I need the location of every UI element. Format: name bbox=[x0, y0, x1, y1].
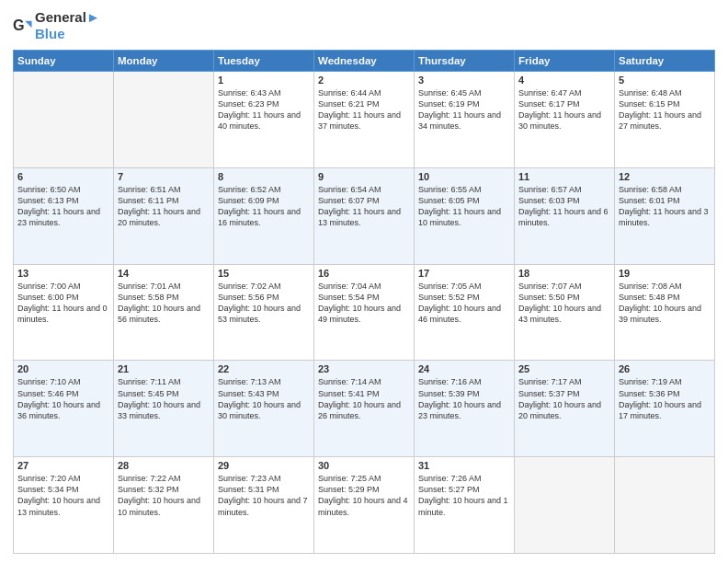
day-info: Sunrise: 7:22 AM Sunset: 5:32 PM Dayligh… bbox=[118, 473, 210, 518]
day-info: Sunrise: 7:10 AM Sunset: 5:46 PM Dayligh… bbox=[17, 376, 109, 421]
day-info: Sunrise: 6:48 AM Sunset: 6:15 PM Dayligh… bbox=[619, 87, 711, 132]
day-info: Sunrise: 7:13 AM Sunset: 5:43 PM Dayligh… bbox=[218, 376, 310, 421]
day-info: Sunrise: 7:16 AM Sunset: 5:39 PM Dayligh… bbox=[418, 376, 510, 421]
calendar-cell: 23Sunrise: 7:14 AM Sunset: 5:41 PM Dayli… bbox=[314, 361, 415, 457]
calendar-cell: 14Sunrise: 7:01 AM Sunset: 5:58 PM Dayli… bbox=[114, 264, 214, 361]
day-number: 24 bbox=[418, 363, 510, 374]
day-info: Sunrise: 6:45 AM Sunset: 6:19 PM Dayligh… bbox=[418, 87, 510, 132]
day-number: 19 bbox=[619, 268, 711, 279]
calendar-week-row: 20Sunrise: 7:10 AM Sunset: 5:46 PM Dayli… bbox=[14, 361, 715, 457]
calendar-cell: 8Sunrise: 6:52 AM Sunset: 6:09 PM Daylig… bbox=[214, 167, 314, 264]
calendar-cell: 31Sunrise: 7:26 AM Sunset: 5:27 PM Dayli… bbox=[415, 457, 515, 554]
weekday-header-thursday: Thursday bbox=[415, 51, 515, 72]
svg-marker-1 bbox=[25, 21, 31, 28]
calendar-cell: 20Sunrise: 7:10 AM Sunset: 5:46 PM Dayli… bbox=[14, 361, 114, 457]
calendar-cell: 9Sunrise: 6:54 AM Sunset: 6:07 PM Daylig… bbox=[314, 167, 415, 264]
day-number: 28 bbox=[118, 460, 210, 471]
day-number: 8 bbox=[218, 171, 310, 182]
day-info: Sunrise: 6:52 AM Sunset: 6:09 PM Dayligh… bbox=[218, 184, 310, 229]
calendar-cell: 5Sunrise: 6:48 AM Sunset: 6:15 PM Daylig… bbox=[615, 72, 715, 168]
calendar-cell: 10Sunrise: 6:55 AM Sunset: 6:05 PM Dayli… bbox=[415, 167, 515, 264]
day-number: 9 bbox=[318, 171, 410, 182]
calendar-cell: 11Sunrise: 6:57 AM Sunset: 6:03 PM Dayli… bbox=[515, 167, 615, 264]
logo-icon: G bbox=[13, 16, 33, 36]
day-number: 29 bbox=[218, 460, 310, 471]
calendar-week-row: 1Sunrise: 6:43 AM Sunset: 6:23 PM Daylig… bbox=[14, 72, 715, 168]
weekday-header-friday: Friday bbox=[515, 51, 615, 72]
day-info: Sunrise: 6:51 AM Sunset: 6:11 PM Dayligh… bbox=[118, 184, 210, 229]
calendar-cell: 6Sunrise: 6:50 AM Sunset: 6:13 PM Daylig… bbox=[14, 167, 114, 264]
calendar-week-row: 6Sunrise: 6:50 AM Sunset: 6:13 PM Daylig… bbox=[14, 167, 715, 264]
weekday-header-saturday: Saturday bbox=[615, 51, 715, 72]
day-info: Sunrise: 7:04 AM Sunset: 5:54 PM Dayligh… bbox=[318, 281, 410, 326]
day-info: Sunrise: 7:20 AM Sunset: 5:34 PM Dayligh… bbox=[17, 473, 109, 518]
weekday-header-row: SundayMondayTuesdayWednesdayThursdayFrid… bbox=[14, 51, 715, 72]
calendar-cell: 2Sunrise: 6:44 AM Sunset: 6:21 PM Daylig… bbox=[314, 72, 415, 168]
day-number: 31 bbox=[418, 460, 510, 471]
day-number: 12 bbox=[619, 171, 711, 182]
day-number: 4 bbox=[518, 75, 610, 86]
calendar-cell bbox=[114, 72, 214, 168]
day-number: 26 bbox=[619, 363, 711, 374]
page: G General► Blue SundayMondayTuesdayWedne… bbox=[0, 0, 728, 563]
day-info: Sunrise: 7:14 AM Sunset: 5:41 PM Dayligh… bbox=[318, 376, 410, 421]
day-info: Sunrise: 7:19 AM Sunset: 5:36 PM Dayligh… bbox=[619, 376, 711, 421]
calendar-cell: 3Sunrise: 6:45 AM Sunset: 6:19 PM Daylig… bbox=[415, 72, 515, 168]
day-number: 23 bbox=[318, 363, 410, 374]
calendar-cell: 28Sunrise: 7:22 AM Sunset: 5:32 PM Dayli… bbox=[114, 457, 214, 554]
day-info: Sunrise: 7:11 AM Sunset: 5:45 PM Dayligh… bbox=[118, 376, 210, 421]
calendar-cell: 13Sunrise: 7:00 AM Sunset: 6:00 PM Dayli… bbox=[14, 264, 114, 361]
calendar-cell: 12Sunrise: 6:58 AM Sunset: 6:01 PM Dayli… bbox=[615, 167, 715, 264]
calendar-cell: 15Sunrise: 7:02 AM Sunset: 5:56 PM Dayli… bbox=[214, 264, 314, 361]
day-info: Sunrise: 7:05 AM Sunset: 5:52 PM Dayligh… bbox=[418, 281, 510, 326]
day-info: Sunrise: 6:43 AM Sunset: 6:23 PM Dayligh… bbox=[218, 87, 310, 132]
day-info: Sunrise: 6:47 AM Sunset: 6:17 PM Dayligh… bbox=[518, 87, 610, 132]
day-info: Sunrise: 7:07 AM Sunset: 5:50 PM Dayligh… bbox=[518, 281, 610, 326]
day-number: 6 bbox=[17, 171, 109, 182]
calendar-cell: 17Sunrise: 7:05 AM Sunset: 5:52 PM Dayli… bbox=[415, 264, 515, 361]
calendar-cell: 19Sunrise: 7:08 AM Sunset: 5:48 PM Dayli… bbox=[615, 264, 715, 361]
day-info: Sunrise: 6:55 AM Sunset: 6:05 PM Dayligh… bbox=[418, 184, 510, 229]
calendar-cell: 30Sunrise: 7:25 AM Sunset: 5:29 PM Dayli… bbox=[314, 457, 415, 554]
day-number: 17 bbox=[418, 268, 510, 279]
day-number: 20 bbox=[17, 363, 109, 374]
day-info: Sunrise: 6:54 AM Sunset: 6:07 PM Dayligh… bbox=[318, 184, 410, 229]
calendar-cell: 18Sunrise: 7:07 AM Sunset: 5:50 PM Dayli… bbox=[515, 264, 615, 361]
day-number: 5 bbox=[619, 75, 711, 86]
calendar-week-row: 27Sunrise: 7:20 AM Sunset: 5:34 PM Dayli… bbox=[14, 457, 715, 554]
calendar-cell: 25Sunrise: 7:17 AM Sunset: 5:37 PM Dayli… bbox=[515, 361, 615, 457]
calendar-cell: 27Sunrise: 7:20 AM Sunset: 5:34 PM Dayli… bbox=[14, 457, 114, 554]
header: G General► Blue bbox=[13, 9, 715, 42]
day-number: 22 bbox=[218, 363, 310, 374]
day-number: 2 bbox=[318, 75, 410, 86]
day-number: 7 bbox=[118, 171, 210, 182]
weekday-header-tuesday: Tuesday bbox=[214, 51, 314, 72]
day-number: 14 bbox=[118, 268, 210, 279]
day-info: Sunrise: 7:01 AM Sunset: 5:58 PM Dayligh… bbox=[118, 281, 210, 326]
calendar-cell: 22Sunrise: 7:13 AM Sunset: 5:43 PM Dayli… bbox=[214, 361, 314, 457]
calendar-cell bbox=[14, 72, 114, 168]
weekday-header-monday: Monday bbox=[114, 51, 214, 72]
weekday-header-sunday: Sunday bbox=[14, 51, 114, 72]
day-number: 15 bbox=[218, 268, 310, 279]
day-info: Sunrise: 7:08 AM Sunset: 5:48 PM Dayligh… bbox=[619, 281, 711, 326]
calendar-cell bbox=[615, 457, 715, 554]
day-number: 30 bbox=[318, 460, 410, 471]
day-number: 27 bbox=[17, 460, 109, 471]
day-number: 11 bbox=[518, 171, 610, 182]
day-info: Sunrise: 6:50 AM Sunset: 6:13 PM Dayligh… bbox=[17, 184, 109, 229]
calendar-cell: 29Sunrise: 7:23 AM Sunset: 5:31 PM Dayli… bbox=[214, 457, 314, 554]
calendar-cell: 4Sunrise: 6:47 AM Sunset: 6:17 PM Daylig… bbox=[515, 72, 615, 168]
day-info: Sunrise: 7:17 AM Sunset: 5:37 PM Dayligh… bbox=[518, 376, 610, 421]
calendar-cell: 1Sunrise: 6:43 AM Sunset: 6:23 PM Daylig… bbox=[214, 72, 314, 168]
day-number: 25 bbox=[518, 363, 610, 374]
calendar-cell: 24Sunrise: 7:16 AM Sunset: 5:39 PM Dayli… bbox=[415, 361, 515, 457]
day-info: Sunrise: 7:25 AM Sunset: 5:29 PM Dayligh… bbox=[318, 473, 410, 518]
day-number: 10 bbox=[418, 171, 510, 182]
day-info: Sunrise: 7:26 AM Sunset: 5:27 PM Dayligh… bbox=[418, 473, 510, 518]
calendar-cell: 21Sunrise: 7:11 AM Sunset: 5:45 PM Dayli… bbox=[114, 361, 214, 457]
svg-text:G: G bbox=[13, 17, 25, 33]
weekday-header-wednesday: Wednesday bbox=[314, 51, 415, 72]
day-number: 3 bbox=[418, 75, 510, 86]
day-info: Sunrise: 7:00 AM Sunset: 6:00 PM Dayligh… bbox=[17, 281, 109, 326]
